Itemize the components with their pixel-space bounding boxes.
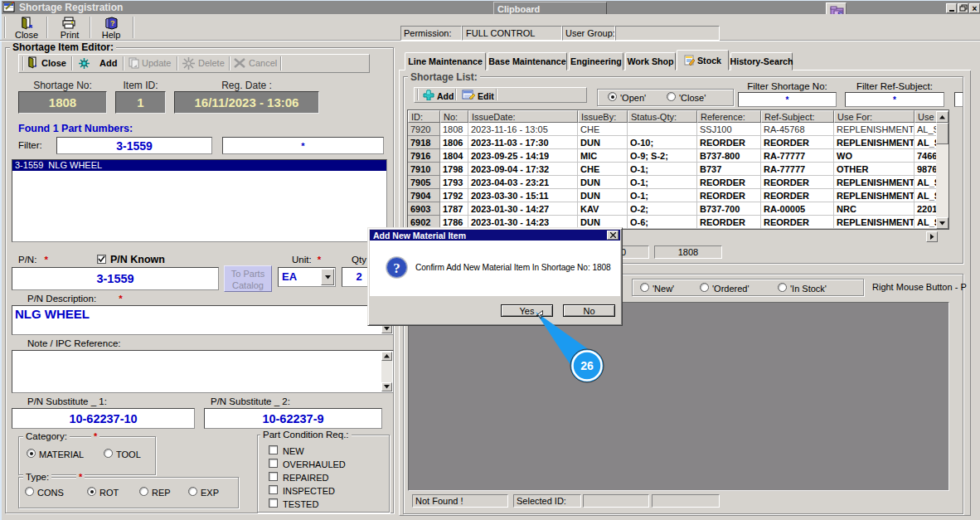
svg-text:26: 26 <box>580 359 594 372</box>
svg-text:?: ? <box>110 19 115 27</box>
svg-text:?: ? <box>393 260 400 276</box>
